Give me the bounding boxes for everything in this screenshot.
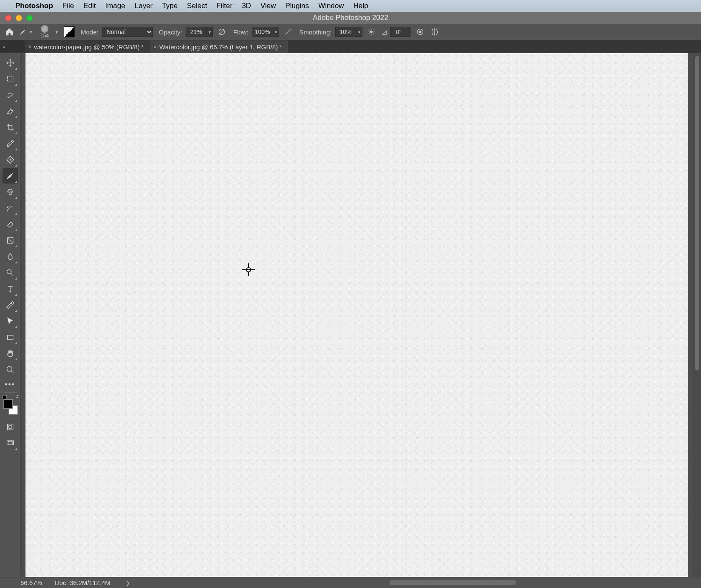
quick-mask-toggle[interactable]: [3, 419, 18, 435]
rectangular-marquee-tool[interactable]: [3, 71, 18, 87]
chevron-down-icon: ▾: [30, 30, 32, 34]
blur-tool[interactable]: [3, 249, 18, 264]
blend-mode-select[interactable]: Normal: [102, 27, 153, 37]
pressure-opacity-toggle[interactable]: [216, 26, 227, 37]
tools-panel: ••• ↺: [0, 53, 20, 577]
lasso-tool[interactable]: [3, 88, 18, 103]
tab-label: Watercolor.jpg @ 66.7% (Layer 1, RGB/8) …: [159, 43, 282, 51]
gradient-tool[interactable]: [3, 233, 18, 248]
panel-expand-toggle[interactable]: »: [0, 40, 8, 53]
brush-angle-field[interactable]: [390, 27, 411, 37]
flow-input[interactable]: [252, 28, 273, 35]
spot-healing-brush-tool[interactable]: [3, 152, 18, 167]
opacity-field[interactable]: ▾: [186, 27, 213, 37]
window-zoom-button[interactable]: [26, 15, 33, 21]
smoothing-field[interactable]: ▾: [335, 27, 362, 37]
document-tab[interactable]: × watercolor-paper.jpg @ 50% (RGB/8) *: [25, 40, 150, 53]
close-icon[interactable]: ×: [153, 43, 157, 50]
svg-point-1: [370, 31, 372, 33]
eraser-tool[interactable]: [3, 217, 18, 232]
swap-colors-icon[interactable]: ↺: [15, 394, 19, 399]
move-tool[interactable]: [3, 55, 18, 71]
screen-mode-button[interactable]: [3, 435, 18, 451]
menu-layer[interactable]: Layer: [135, 2, 153, 10]
home-button[interactable]: [3, 26, 15, 38]
brush-preset-picker[interactable]: 154: [40, 25, 49, 39]
opacity-label: Opacity:: [159, 28, 182, 36]
rectangle-tool[interactable]: [3, 330, 18, 345]
clone-stamp-tool[interactable]: [3, 184, 18, 200]
menu-image[interactable]: Image: [105, 2, 125, 10]
window-title: Adobe Photoshop 2022: [313, 14, 388, 22]
history-brush-tool[interactable]: [3, 201, 18, 216]
symmetry-button[interactable]: [429, 26, 440, 37]
pen-tool[interactable]: [3, 297, 18, 313]
svg-point-7: [7, 270, 11, 274]
quick-selection-tool[interactable]: [3, 104, 18, 119]
app-menu[interactable]: Photoshop: [15, 2, 53, 10]
macos-menubar: Photoshop File Edit Image Layer Type Sel…: [0, 0, 701, 12]
smoothing-input[interactable]: [336, 28, 356, 35]
canvas-area: [20, 53, 693, 577]
menu-view[interactable]: View: [260, 2, 276, 10]
angle-icon: ◿: [382, 28, 387, 35]
status-menu-chevron[interactable]: ❯: [126, 580, 130, 586]
svg-point-9: [7, 367, 12, 372]
dodge-tool[interactable]: [3, 265, 18, 280]
default-colors-icon[interactable]: [3, 395, 7, 399]
zoom-level[interactable]: 66.67%: [20, 579, 42, 586]
close-icon[interactable]: ×: [28, 43, 31, 50]
crop-tool[interactable]: [3, 120, 18, 135]
brush-size-value: 154: [40, 33, 49, 39]
color-sampler-icon: [242, 263, 255, 276]
options-bar: ▾ 154 ▾ Mode: Normal Opacity: ▾ Flow: ▾ …: [0, 24, 701, 40]
menu-type[interactable]: Type: [162, 2, 178, 10]
type-tool[interactable]: [3, 281, 18, 297]
color-swatches[interactable]: ↺: [3, 397, 18, 412]
menu-help[interactable]: Help: [353, 2, 368, 10]
pressure-size-toggle[interactable]: [415, 26, 426, 37]
flow-label: Flow:: [233, 28, 249, 36]
flow-field[interactable]: ▾: [252, 27, 279, 37]
mode-label: Mode:: [81, 28, 99, 36]
eyedropper-tool[interactable]: [3, 136, 18, 151]
document-canvas[interactable]: [25, 53, 688, 577]
window-minimize-button[interactable]: [16, 15, 22, 21]
edit-toolbar-button[interactable]: •••: [5, 379, 15, 390]
svg-rect-4: [7, 76, 13, 82]
menu-3d[interactable]: 3D: [242, 2, 251, 10]
zoom-tool[interactable]: [3, 362, 18, 377]
horizontal-scrollbar[interactable]: [187, 577, 693, 588]
svg-rect-8: [7, 335, 13, 339]
brush-angle-input[interactable]: [390, 28, 407, 35]
hand-tool[interactable]: [3, 346, 18, 361]
chevron-down-icon[interactable]: ▾: [273, 27, 279, 37]
chevron-down-icon[interactable]: ▾: [206, 27, 212, 37]
menu-edit[interactable]: Edit: [83, 2, 96, 10]
tool-preset-picker[interactable]: ▾: [19, 28, 34, 36]
menu-select[interactable]: Select: [187, 2, 207, 10]
airbrush-toggle[interactable]: [283, 26, 294, 37]
brush-tool[interactable]: [3, 168, 18, 184]
document-tab-bar: » × watercolor-paper.jpg @ 50% (RGB/8) *…: [0, 40, 701, 53]
opacity-input[interactable]: [186, 28, 206, 35]
window-titlebar: Adobe Photoshop 2022: [0, 12, 701, 24]
document-tab[interactable]: × Watercolor.jpg @ 66.7% (Layer 1, RGB/8…: [150, 40, 288, 53]
menu-file[interactable]: File: [62, 2, 74, 10]
brush-settings-toggle[interactable]: [64, 26, 75, 37]
smoothing-label: Smoothing:: [300, 28, 332, 36]
path-selection-tool[interactable]: [3, 314, 18, 329]
menu-window[interactable]: Window: [318, 2, 344, 10]
menu-filter[interactable]: Filter: [216, 2, 232, 10]
chevron-down-icon[interactable]: ▾: [356, 27, 362, 37]
brush-preview-icon: [41, 25, 48, 33]
vertical-scrollbar[interactable]: [693, 53, 701, 577]
svg-point-11: [8, 425, 11, 429]
foreground-color[interactable]: [3, 399, 13, 409]
svg-rect-13: [8, 442, 12, 445]
smoothing-options-button[interactable]: [366, 26, 377, 37]
document-info[interactable]: Doc: 36.2M/112.4M: [55, 579, 110, 586]
window-close-button[interactable]: [5, 15, 11, 21]
menu-plugins[interactable]: Plugins: [285, 2, 309, 10]
chevron-down-icon[interactable]: ▾: [56, 30, 58, 34]
